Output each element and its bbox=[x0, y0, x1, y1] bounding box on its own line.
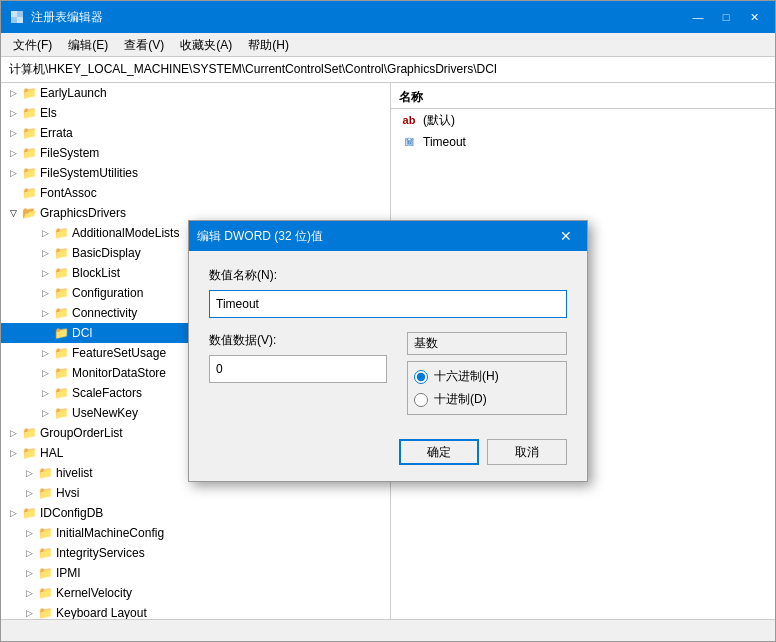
edit-dword-dialog: 编辑 DWORD (32 位)值 ✕ 数值名称(N): 数值数据(V): 基数 bbox=[188, 220, 588, 482]
window-title: 注册表编辑器 bbox=[31, 9, 685, 26]
registry-editor-window: 注册表编辑器 — □ ✕ 文件(F) 编辑(E) 查看(V) 收藏夹(A) 帮助… bbox=[0, 0, 776, 642]
name-input[interactable] bbox=[209, 290, 567, 318]
dialog-title-bar: 编辑 DWORD (32 位)值 ✕ bbox=[189, 221, 587, 251]
dialog-title: 编辑 DWORD (32 位)值 bbox=[197, 228, 553, 245]
address-text: 计算机\HKEY_LOCAL_MACHINE\SYSTEM\CurrentCon… bbox=[9, 61, 497, 78]
main-content: ▷ 📁 EarlyLaunch ▷ 📁 Els ▷ 📁 Errata ▷ 📁 F… bbox=[1, 83, 775, 619]
dialog-buttons: 确定 取消 bbox=[209, 431, 567, 465]
menu-help[interactable]: 帮助(H) bbox=[240, 35, 297, 54]
title-bar: 注册表编辑器 — □ ✕ bbox=[1, 1, 775, 33]
app-icon bbox=[9, 9, 25, 25]
radio-group: 十六进制(H) 十进制(D) bbox=[407, 361, 567, 415]
svg-rect-0 bbox=[11, 11, 17, 17]
value-section: 数值数据(V): bbox=[209, 332, 387, 415]
dialog-overlay: 编辑 DWORD (32 位)值 ✕ 数值名称(N): 数值数据(V): 基数 bbox=[1, 83, 775, 619]
minimize-button[interactable]: — bbox=[685, 7, 711, 27]
base-section: 基数 十六进制(H) 十进制(D) bbox=[407, 332, 567, 415]
menu-favorites[interactable]: 收藏夹(A) bbox=[172, 35, 240, 54]
radio-dec-input[interactable] bbox=[414, 393, 428, 407]
menu-view[interactable]: 查看(V) bbox=[116, 35, 172, 54]
radio-hex-input[interactable] bbox=[414, 370, 428, 384]
ok-button[interactable]: 确定 bbox=[399, 439, 479, 465]
radio-hex-label[interactable]: 十六进制(H) bbox=[414, 368, 560, 385]
dialog-options-row: 数值数据(V): 基数 十六进制(H) bbox=[209, 332, 567, 415]
menu-edit[interactable]: 编辑(E) bbox=[60, 35, 116, 54]
dialog-close-button[interactable]: ✕ bbox=[553, 226, 579, 246]
name-label: 数值名称(N): bbox=[209, 267, 567, 284]
svg-rect-1 bbox=[17, 11, 23, 17]
address-bar: 计算机\HKEY_LOCAL_MACHINE\SYSTEM\CurrentCon… bbox=[1, 57, 775, 83]
close-button[interactable]: ✕ bbox=[741, 7, 767, 27]
radio-dec-text: 十进制(D) bbox=[434, 391, 487, 408]
menu-bar: 文件(F) 编辑(E) 查看(V) 收藏夹(A) 帮助(H) bbox=[1, 33, 775, 57]
value-input[interactable] bbox=[209, 355, 387, 383]
svg-rect-2 bbox=[11, 17, 17, 23]
base-title: 基数 bbox=[407, 332, 567, 355]
radio-dec-label[interactable]: 十进制(D) bbox=[414, 391, 560, 408]
radio-hex-text: 十六进制(H) bbox=[434, 368, 499, 385]
cancel-button[interactable]: 取消 bbox=[487, 439, 567, 465]
maximize-button[interactable]: □ bbox=[713, 7, 739, 27]
window-controls: — □ ✕ bbox=[685, 7, 767, 27]
svg-rect-3 bbox=[17, 17, 23, 23]
menu-file[interactable]: 文件(F) bbox=[5, 35, 60, 54]
dialog-body: 数值名称(N): 数值数据(V): 基数 十六进制( bbox=[189, 251, 587, 481]
status-bar bbox=[1, 619, 775, 641]
data-label: 数值数据(V): bbox=[209, 332, 387, 349]
